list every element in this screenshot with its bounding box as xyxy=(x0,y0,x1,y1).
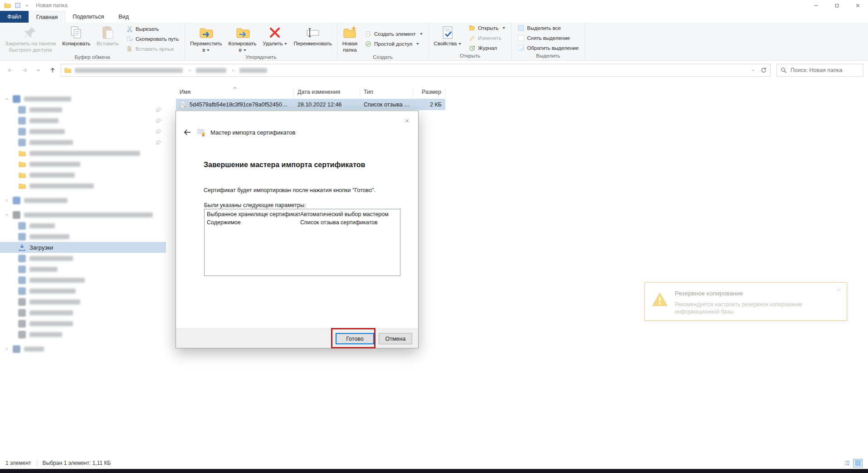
ribbon: Закрепить на панелибыстрого доступаКопир… xyxy=(0,23,868,61)
copy-to-button[interactable]: Копироватьв xyxy=(225,24,260,54)
dialog-close-button[interactable] xyxy=(401,116,413,125)
sidebar-item-redacted[interactable] xyxy=(0,148,166,159)
params-listbox[interactable]: Выбранное хранилище сертификатовАвтомати… xyxy=(204,209,400,276)
pin-icon xyxy=(23,25,38,40)
sidebar-item-redacted[interactable] xyxy=(0,159,166,169)
rename-button[interactable]: Переименовать xyxy=(290,24,335,54)
forward-button[interactable] xyxy=(19,64,30,76)
tab-главная[interactable]: Главная xyxy=(29,11,66,23)
new-folder-button[interactable]: Новаяпапка xyxy=(339,24,361,54)
open-button[interactable]: Открыть xyxy=(467,24,507,32)
blurred-icon xyxy=(18,309,26,317)
sidebar-item-redacted[interactable] xyxy=(0,264,166,275)
sidebar-item-redacted[interactable] xyxy=(0,93,166,104)
recent-locations-button[interactable] xyxy=(33,64,44,76)
maximize-button[interactable] xyxy=(826,0,847,11)
sidebar-item-redacted[interactable] xyxy=(0,307,166,318)
cancel-button[interactable]: Отмена xyxy=(379,333,412,344)
param-value: Автоматический выбор мастером xyxy=(300,211,389,217)
move-to-icon xyxy=(199,25,213,40)
sidebar-item-redacted[interactable] xyxy=(0,231,166,242)
view-details-icon xyxy=(844,460,850,466)
sidebar-item-redacted[interactable] xyxy=(0,195,166,206)
sidebar-item-загрузки[interactable]: Загрузки xyxy=(0,242,166,253)
chevron-right-icon xyxy=(5,198,9,203)
refresh-icon[interactable] xyxy=(760,67,767,74)
quick-access-toolbar-icon[interactable] xyxy=(14,2,21,9)
column-header-2[interactable]: Дата изменения xyxy=(294,87,360,98)
move-to-button[interactable]: Переместитьв xyxy=(187,24,225,54)
history-button[interactable]: Журнал xyxy=(467,44,507,52)
dropdown-caret-icon xyxy=(284,43,287,45)
tab-вид[interactable]: Вид xyxy=(111,11,136,23)
dropdown-caret-icon xyxy=(502,27,505,29)
column-header-3[interactable]: Тип xyxy=(360,87,414,98)
breadcrumb-segment-redacted[interactable] xyxy=(196,68,226,73)
sidebar-item-redacted[interactable] xyxy=(0,115,166,126)
blurred-icon xyxy=(18,287,26,295)
sidebar-item-redacted[interactable] xyxy=(0,209,166,220)
minimize-button[interactable] xyxy=(805,0,826,11)
sidebar-item-redacted[interactable] xyxy=(0,169,166,180)
paste-shortcut-button[interactable]: Вставить ярлык xyxy=(124,45,180,53)
sidebar-item-redacted[interactable] xyxy=(0,343,166,354)
copy-path-icon xyxy=(126,35,133,43)
sort-ascending-icon[interactable] xyxy=(232,84,238,90)
easy-access-button[interactable]: Простой доступ xyxy=(363,40,424,48)
folder-icon xyxy=(18,160,26,168)
file-row[interactable]: 5d4579afb54e18c3f91ce78a0f524504ca28...2… xyxy=(176,99,445,110)
paste-button[interactable]: Вставить xyxy=(93,24,122,54)
tab-поделиться[interactable]: Поделиться xyxy=(65,11,111,23)
close-button[interactable] xyxy=(847,0,868,11)
cut-button[interactable]: Вырезать xyxy=(124,25,180,33)
invert-selection-button[interactable]: Обратить выделение xyxy=(516,44,580,52)
delete-button[interactable]: Удалить xyxy=(260,24,291,54)
dropdown-caret-icon xyxy=(458,43,461,45)
address-bar[interactable] xyxy=(61,64,770,77)
sidebar-item-redacted[interactable] xyxy=(0,137,166,148)
search-input[interactable]: Поиск: Новая папка xyxy=(776,64,863,77)
tab-file[interactable]: Файл xyxy=(0,11,29,23)
properties-button[interactable]: Свойства xyxy=(431,24,465,53)
warning-icon xyxy=(652,292,668,307)
sidebar-item-redacted[interactable] xyxy=(0,253,166,264)
finish-button[interactable]: Готово xyxy=(336,333,374,344)
blurred-icon xyxy=(18,117,26,125)
pin-button[interactable]: Закрепить на панелибыстрого доступа xyxy=(2,24,59,54)
new-item-button[interactable]: Создать элемент xyxy=(363,30,424,38)
back-button[interactable] xyxy=(5,64,16,76)
sidebar-item-redacted[interactable] xyxy=(0,104,166,115)
edit-button[interactable]: Изменить xyxy=(467,34,507,42)
redacted-label xyxy=(29,310,73,315)
select-all-button[interactable]: Выделить все xyxy=(516,24,580,32)
sidebar-item-redacted[interactable] xyxy=(0,220,166,231)
blurred-icon xyxy=(18,233,26,241)
toast-close-icon[interactable] xyxy=(836,287,841,293)
select-none-button[interactable]: Снять выделение xyxy=(516,34,580,42)
breadcrumb-segment-redacted[interactable] xyxy=(239,68,267,73)
blurred-icon xyxy=(18,276,26,284)
view-details-button[interactable] xyxy=(842,459,852,468)
blurred-icon xyxy=(18,255,26,262)
copy-button[interactable]: Копировать xyxy=(59,24,93,54)
sidebar-item-redacted[interactable] xyxy=(0,285,166,296)
new-item-icon xyxy=(365,30,372,38)
sidebar-item-redacted[interactable] xyxy=(0,126,166,137)
sidebar-item-redacted[interactable] xyxy=(0,329,166,340)
sidebar-item-redacted[interactable] xyxy=(0,296,166,307)
qat-chevron-down-icon[interactable] xyxy=(24,3,29,8)
folder-icon xyxy=(18,150,26,157)
view-large-icons-button[interactable] xyxy=(853,459,863,468)
sidebar-item-redacted[interactable] xyxy=(0,180,166,191)
up-button[interactable] xyxy=(47,64,59,76)
blurred-icon xyxy=(13,197,20,204)
backup-toast-notification[interactable]: Резервное копирование Рекомендуется наст… xyxy=(644,282,847,321)
pin-small-icon xyxy=(156,129,161,135)
address-history-chevron-icon[interactable] xyxy=(751,68,756,72)
wizard-back-icon[interactable] xyxy=(182,127,192,137)
column-header-4[interactable]: Размер xyxy=(414,87,445,98)
copy-path-button[interactable]: Скопировать путь xyxy=(124,35,180,43)
breadcrumb-segment-redacted[interactable] xyxy=(75,68,183,73)
sidebar-item-redacted[interactable] xyxy=(0,275,166,285)
sidebar-item-redacted[interactable] xyxy=(0,318,166,329)
